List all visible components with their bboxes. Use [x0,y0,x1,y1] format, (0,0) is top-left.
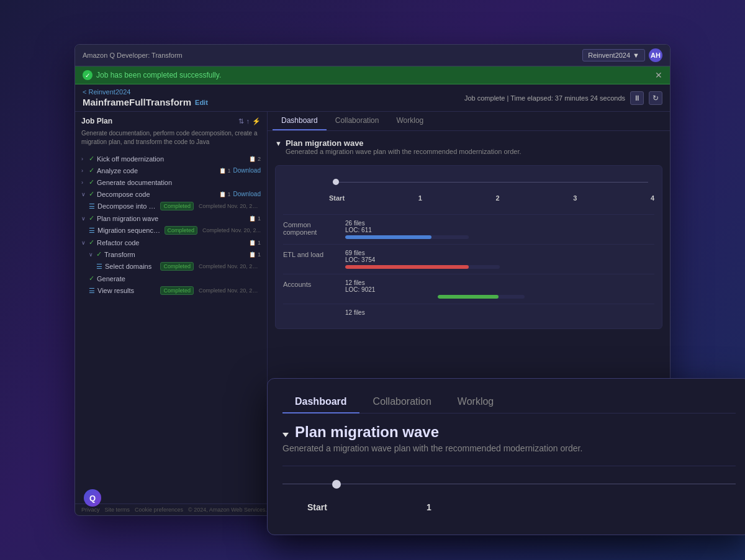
timeline: Start 1 2 3 4 [283,173,654,212]
tree-item[interactable]: ☰ Migration sequence plann... Completed … [75,224,267,237]
bar-fill [345,235,431,239]
edit-link[interactable]: Edit [195,99,208,106]
triangle-down-icon [282,423,289,441]
tab-collaboration[interactable]: Collaboration [327,112,388,130]
item-label: Decompose code [97,191,217,198]
tree-item[interactable]: ∨ ✓ Transform 📋 1 [75,248,267,260]
doc-icon: ☰ [96,263,102,271]
q-logo[interactable]: Q [84,489,101,504]
app-title: Amazon Q Developer: Transform [83,52,183,59]
migration-data: 26 files LOC: 611 [345,220,654,239]
completed-badge: Completed [165,226,198,235]
check-icon: ✓ [89,214,94,222]
tree-item[interactable]: ☰ Decompose into doma... Completed Compl… [75,200,267,212]
download-analyze-link[interactable]: Download [233,167,261,174]
footer-siteterms[interactable]: Site terms [105,507,130,513]
floating-label-start: Start [307,502,327,512]
loc-count: LOC: 9021 [345,286,654,293]
check-icon: ✓ [89,178,94,186]
job-plan-desc: Generate documentation, perform code dec… [75,128,267,151]
migration-label: ETL and load [283,250,345,258]
migration-data: 12 files [345,309,654,316]
section-header: ▼ Plan migration wave Generated a migrat… [275,138,662,161]
triangle-icon: ▼ [275,140,282,147]
item-label: Refactor code [97,239,246,246]
workspace-name: Reinvent2024 [588,52,630,59]
close-banner-button[interactable]: ✕ [655,70,662,80]
section-title: Plan migration wave [286,138,522,148]
completed-badge: Completed [160,286,194,295]
floating-tab-collaboration[interactable]: Collaboration [361,391,444,413]
floating-tab-dashboard[interactable]: Dashboard [282,391,359,413]
breadcrumb-link[interactable]: < Reinvent2024 [83,88,208,96]
floating-tabs: Dashboard Collaboration Worklog [282,391,736,413]
timeline-label-4: 4 [651,194,654,202]
expand-icon[interactable]: ↑ [246,117,250,125]
page-title: MainframeFullTransform [83,97,191,107]
left-panel: Job Plan ⇅ ↑ ⚡ Generate documentation, p… [75,112,268,504]
breadcrumb-title-row: MainframeFullTransform Edit [83,97,208,107]
migration-data: 69 files LOC: 3754 [345,250,654,269]
workspace-dropdown[interactable]: Reinvent2024 ▼ [582,49,645,61]
floating-tab-worklog[interactable]: Worklog [445,391,506,413]
migration-row-accounts: Accounts 12 files LOC: 9021 [283,274,654,304]
timeline-label-3: 3 [573,194,577,202]
migration-label [283,309,345,310]
floating-timeline-dot [332,480,341,489]
tab-dashboard[interactable]: Dashboard [273,112,327,130]
floating-card: Dashboard Collaboration Worklog Plan mig… [267,378,745,535]
tree-item[interactable]: ✓ Generate [75,273,267,284]
section-desc: Generated a migration wave plan with the… [286,148,522,155]
timeline-line [333,182,648,183]
tab-worklog[interactable]: Worklog [387,112,432,130]
download-decompose-link[interactable]: Download [233,191,261,197]
filter-icon[interactable]: ⚡ [252,117,261,125]
tree-container: › ✓ Kick off modernization 📋 2 › ✓ Analy… [75,151,267,504]
tree-item[interactable]: ∨ ✓ Plan migration wave 📋 1 [75,212,267,224]
migration-bar [345,265,500,269]
user-avatar[interactable]: AH [649,48,662,62]
tree-item[interactable]: › ✓ Analyze code 📋 1 Download [75,165,267,176]
completed-text: Completed Nov. 20, 2... [202,227,261,233]
tree-item[interactable]: › ✓ Kick off modernization 📋 2 [75,153,267,165]
migration-chart: Start 1 2 3 4 Common component 26 files … [275,165,662,329]
item-badge: 📋 1 [219,191,231,197]
item-badge: 📋 1 [249,215,261,222]
migration-label: Common component [283,220,345,236]
timeline-start-dot [333,179,339,185]
check-icon: ✓ [89,166,94,174]
floating-section-desc: Generated a migration wave plan with the… [282,443,736,453]
tree-item[interactable]: ∨ ✓ Decompose code 📋 1 Download [75,188,267,200]
item-label: Decompose into doma... [97,202,158,210]
job-plan-header: Job Plan ⇅ ↑ ⚡ [75,112,267,128]
completed-text: Completed Nov. 20, 2024, 10:44 [199,287,261,294]
files-count: 69 files [345,250,654,256]
pause-button[interactable]: ⏸ [630,91,644,105]
tree-item[interactable]: ☰ Select domains Completed Completed Nov… [75,260,267,273]
footer-cookies[interactable]: Cookie preferences [135,507,183,513]
refresh-button[interactable]: ↻ [649,91,662,105]
footer-copyright: © 2024, Amazon Web Services... [188,507,270,513]
bar-fill [345,265,469,269]
tree-item[interactable]: ☰ View results Completed Completed Nov. … [75,284,267,297]
check-icon: ✓ [89,155,94,163]
sort-icon[interactable]: ⇅ [238,117,244,125]
migration-row-etl: ETL and load 69 files LOC: 3754 [283,244,654,274]
loc-count: LOC: 611 [345,227,654,233]
check-icon: ✓ [89,190,94,198]
item-label: View results [97,287,158,294]
item-label: Transform [104,251,246,258]
migration-row-common: Common component 26 files LOC: 611 [283,214,654,244]
job-plan-title: Job Plan [81,117,112,125]
migration-data: 12 files LOC: 9021 [345,279,654,299]
tree-item[interactable]: ∨ ✓ Refactor code 📋 1 [75,237,267,248]
timeline-label-start: Start [329,194,345,202]
footer-privacy[interactable]: Privacy [81,507,100,513]
floating-label-1: 1 [427,502,431,512]
breadcrumb-row: < Reinvent2024 MainframeFullTransform Ed… [75,84,670,112]
chevron-icon: ∨ [89,251,94,258]
tree-item[interactable]: › ✓ Generate documentation [75,176,267,188]
chevron-icon: › [81,179,86,186]
doc-icon: ☰ [89,227,95,235]
item-label: Analyze code [97,167,217,174]
